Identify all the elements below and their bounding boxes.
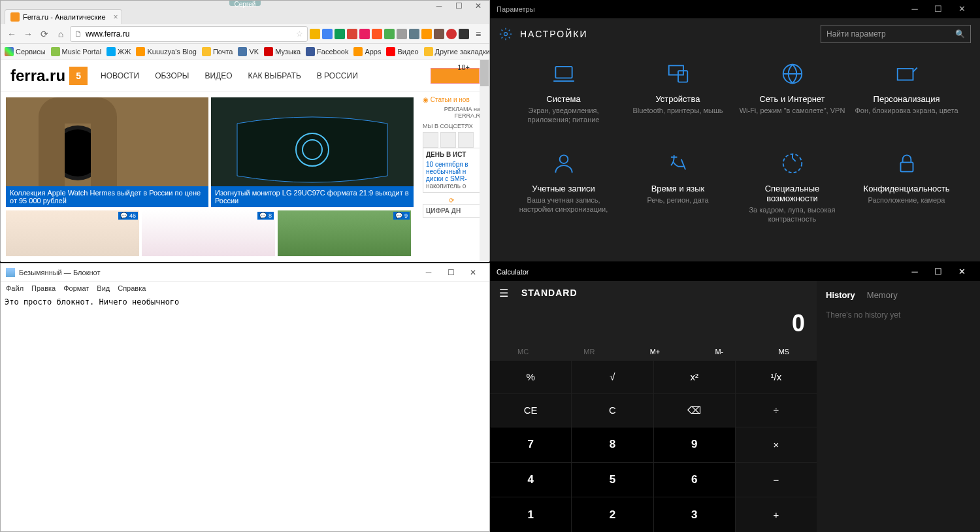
- key-percent[interactable]: %: [490, 361, 571, 393]
- settings-item-privacy[interactable]: КонфиденциальностьРасположение, камера: [853, 151, 960, 224]
- extension-icon[interactable]: [347, 29, 357, 39]
- tab-close-icon[interactable]: ×: [114, 12, 118, 22]
- hero-article[interactable]: Коллекция Apple Watch Hermes выйдет в Ро…: [6, 97, 208, 207]
- mem-recall[interactable]: MR: [583, 348, 595, 356]
- key-8[interactable]: 8: [572, 427, 653, 462]
- key-4[interactable]: 4: [490, 463, 571, 497]
- browser-tab[interactable]: Ferra.ru - Аналитические ×: [5, 9, 122, 24]
- key-1[interactable]: 1: [490, 497, 571, 532]
- tab-memory[interactable]: Memory: [867, 290, 898, 300]
- mem-sub[interactable]: M-: [715, 348, 723, 356]
- abp-icon[interactable]: [446, 29, 457, 39]
- menu-file[interactable]: Файл: [6, 284, 24, 292]
- bookmark-item[interactable]: Facebook: [306, 47, 348, 56]
- bookmark-item[interactable]: VK: [238, 47, 259, 56]
- article-thumb[interactable]: 💬 8: [142, 210, 275, 256]
- extension-icon[interactable]: [397, 29, 407, 39]
- key-7[interactable]: 7: [490, 427, 571, 462]
- nav-item[interactable]: В РОССИИ: [317, 71, 358, 80]
- extension-icon[interactable]: [372, 29, 382, 39]
- settings-item-devices[interactable]: УстройстваBluetooth, принтеры, мышь: [624, 61, 732, 125]
- key-9[interactable]: 9: [654, 427, 735, 462]
- star-icon[interactable]: ☆: [296, 29, 303, 39]
- minimize-button[interactable]: ─: [429, 0, 449, 12]
- mem-clear[interactable]: MC: [517, 348, 529, 356]
- maximize-button[interactable]: ☐: [449, 0, 468, 12]
- key-c[interactable]: C: [572, 394, 653, 427]
- mem-store[interactable]: MS: [778, 348, 789, 356]
- close-button[interactable]: ✕: [468, 0, 488, 12]
- key-6[interactable]: 6: [654, 463, 735, 497]
- site-search[interactable]: [431, 68, 480, 84]
- scrollbar[interactable]: [480, 59, 489, 262]
- address-bar[interactable]: 🗋 www.ferra.ru ☆: [70, 26, 308, 42]
- close-button[interactable]: ✕: [950, 263, 973, 280]
- key-square[interactable]: x²: [654, 361, 735, 393]
- extension-icon[interactable]: [409, 29, 419, 39]
- menu-format[interactable]: Формат: [63, 284, 89, 292]
- facebook-icon[interactable]: [440, 132, 456, 148]
- maximize-button[interactable]: ☐: [926, 263, 950, 280]
- menu-edit[interactable]: Правка: [31, 284, 56, 292]
- extension-icon[interactable]: [434, 29, 444, 39]
- settings-item-accounts[interactable]: Учетные записиВаша учетная запись, настр…: [510, 151, 617, 224]
- close-button[interactable]: ✕: [950, 1, 973, 18]
- bookmark-item[interactable]: ЖЖ: [106, 47, 131, 56]
- back-button[interactable]: ←: [5, 27, 19, 41]
- extension-icon[interactable]: [359, 29, 370, 39]
- nav-item[interactable]: НОВОСТИ: [101, 71, 139, 80]
- minimize-button[interactable]: ─: [417, 265, 440, 280]
- extension-icon[interactable]: [310, 29, 320, 39]
- settings-item-personalization[interactable]: ПерсонализацияФон, блокировка экрана, цв…: [853, 61, 960, 125]
- close-button[interactable]: ✕: [462, 265, 484, 280]
- bookmark-item[interactable]: Kuuuzya's Blog: [136, 47, 196, 56]
- menu-view[interactable]: Вид: [97, 284, 110, 292]
- nav-item[interactable]: ВИДЕО: [204, 71, 232, 80]
- key-backspace[interactable]: ⌫: [654, 394, 735, 427]
- nav-item[interactable]: КАК ВЫБРАТЬ: [248, 71, 301, 80]
- key-3[interactable]: 3: [654, 497, 735, 532]
- other-bookmarks[interactable]: Другие закладки: [424, 47, 489, 56]
- home-button[interactable]: ⌂: [54, 27, 68, 41]
- settings-item-system[interactable]: СистемаЭкран, уведомления, приложения; п…: [510, 61, 617, 125]
- key-ce[interactable]: CE: [490, 394, 571, 427]
- article-thumb[interactable]: 💬 9: [278, 210, 411, 256]
- settings-item-time[interactable]: Время и языкРечь, регион, дата: [624, 151, 732, 224]
- bookmark-item[interactable]: Music Portal: [51, 47, 102, 56]
- maximize-button[interactable]: ☐: [926, 1, 950, 18]
- tab-history[interactable]: History: [826, 290, 855, 300]
- reload-button[interactable]: ⟳: [37, 27, 52, 41]
- key-divide[interactable]: ÷: [736, 394, 817, 427]
- vk-icon[interactable]: [458, 132, 474, 148]
- extension-icon[interactable]: [335, 29, 345, 39]
- menu-button[interactable]: ≡: [471, 27, 485, 41]
- chrome-user-badge[interactable]: Сергей: [229, 1, 261, 6]
- settings-item-accessibility[interactable]: Специальные возможностиЗа кадром, лупа, …: [738, 151, 846, 224]
- settings-search[interactable]: Найти параметр🔍: [821, 25, 971, 43]
- extension-icon[interactable]: [384, 29, 395, 39]
- bookmark-item[interactable]: Apps: [353, 47, 381, 56]
- bookmark-item[interactable]: Почта: [202, 47, 233, 56]
- extension-icon[interactable]: [421, 29, 432, 39]
- extension-icon[interactable]: [459, 29, 469, 39]
- key-plus[interactable]: +: [736, 497, 817, 532]
- notepad-textarea[interactable]: Это просто блокнот. Ничего необычного: [1, 295, 489, 309]
- bookmark-item[interactable]: Музыка: [264, 47, 301, 56]
- key-reciprocal[interactable]: ¹/x: [736, 361, 817, 393]
- key-sqrt[interactable]: √: [572, 361, 653, 393]
- hero-article[interactable]: Изогнутый монитор LG 29UC97C формата 21:…: [211, 97, 414, 207]
- maximize-button[interactable]: ☐: [440, 265, 462, 280]
- history-link[interactable]: 10 сентября в: [426, 161, 477, 168]
- key-minus[interactable]: −: [736, 463, 817, 497]
- key-2[interactable]: 2: [572, 497, 653, 532]
- minimize-button[interactable]: ─: [903, 263, 926, 280]
- settings-item-network[interactable]: Сеть и ИнтернетWi-Fi, режим "в самолете"…: [738, 61, 846, 125]
- apps-button[interactable]: Сервисы: [5, 47, 46, 56]
- minimize-button[interactable]: ─: [903, 1, 926, 18]
- key-multiply[interactable]: ×: [736, 427, 817, 462]
- nav-item[interactable]: ОБЗОРЫ: [155, 71, 189, 80]
- key-5[interactable]: 5: [572, 463, 653, 497]
- twitter-icon[interactable]: [423, 132, 438, 148]
- menu-help[interactable]: Справка: [118, 284, 146, 292]
- site-logo[interactable]: ferra.ru5: [10, 67, 88, 85]
